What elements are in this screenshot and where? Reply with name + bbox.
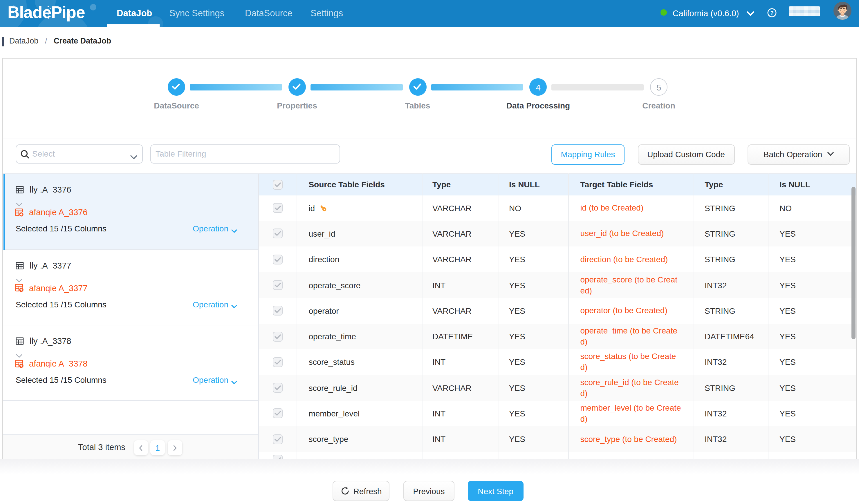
svg-text:?: ? xyxy=(770,10,774,16)
